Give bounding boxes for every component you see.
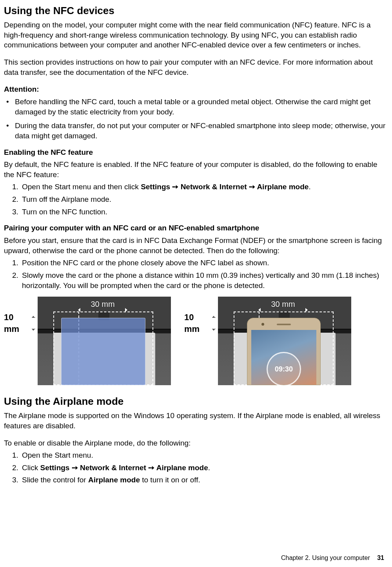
heading-airplane: Using the Airplane mode	[4, 395, 388, 408]
step-suffix: .	[208, 464, 210, 472]
v-measure-label: 10 mm	[184, 312, 211, 335]
step-text: Open the Start menu and then click	[22, 183, 141, 191]
enable-step: Turn off the Airplane mode.	[20, 194, 388, 205]
pairing-steps: Position the NFC card or the phone close…	[4, 258, 388, 290]
airplane-para1: The Airplane mode is supported on the Wi…	[4, 411, 388, 431]
h-measure-label: 30 mm	[91, 299, 114, 310]
airplane-step: Slide the control for Airplane mode to t…	[20, 475, 388, 485]
v-measure-bracket-icon	[31, 317, 36, 329]
enable-step: Turn on the NFC function.	[20, 207, 388, 217]
pairing-heading: Pairing your computer with an NFC card o…	[4, 223, 388, 233]
v-measure-bracket-icon	[211, 317, 216, 329]
airplane-step: Click Settings ➙ Network & Internet ➙ Ai…	[20, 463, 388, 473]
airplane-steps: Open the Start menu. Click Settings ➙ Ne…	[4, 450, 388, 485]
step-text: Click	[22, 464, 40, 472]
attention-list: Before handling the NFC card, touch a me…	[4, 97, 388, 141]
step-path: Settings ➙ Network & Internet ➙ Airplane…	[141, 183, 309, 191]
airplane-para2: To enable or disable the Airplane mode, …	[4, 438, 388, 448]
nfc-para2: This section provides instructions on ho…	[4, 57, 388, 77]
attention-label: Attention:	[4, 84, 388, 94]
airplane-step: Open the Start menu.	[20, 450, 388, 460]
phone-speaker-icon	[277, 324, 291, 325]
figure-nfc-phone: 10 mm 09:30 30 mm	[184, 297, 353, 385]
h-measure-label: 30 mm	[271, 299, 295, 310]
enable-step: Open the Start menu and then click Setti…	[20, 182, 388, 192]
step-path: Settings ➙ Network & Internet ➙ Airplane…	[40, 464, 208, 472]
nfc-figures: 10 mm 30 mm 10 mm	[4, 297, 388, 385]
enable-heading: Enabling the NFC feature	[4, 147, 388, 158]
nfc-card	[61, 318, 145, 385]
phone-clock-widget: 09:30	[267, 352, 301, 385]
v-measure-label: 10 mm	[4, 312, 30, 335]
nfc-para1: Depending on the model, your computer mi…	[4, 20, 388, 50]
attention-item: Before handling the NFC card, touch a me…	[4, 97, 388, 117]
h-measure: 30 mm	[79, 299, 126, 309]
nfc-smartphone: 09:30	[247, 318, 321, 385]
attention-item: During the data transfer, do not put you…	[4, 121, 388, 141]
step-bold: Airplane mode	[88, 476, 140, 484]
figure-nfc-card: 10 mm 30 mm	[4, 297, 172, 385]
pairing-step: Position the NFC card or the phone close…	[20, 258, 388, 268]
enable-intro: By default, the NFC feature is enabled. …	[4, 159, 388, 179]
enable-steps: Open the Start menu and then click Setti…	[4, 182, 388, 217]
heading-nfc: Using the NFC devices	[4, 4, 388, 18]
phone-camera-icon	[261, 323, 264, 326]
pairing-intro: Before you start, ensure that the card i…	[4, 235, 388, 255]
step-suffix: to turn it on or off.	[140, 476, 200, 484]
pairing-step: Slowly move the card or the phone a dist…	[20, 270, 388, 290]
h-measure: 30 mm	[260, 299, 307, 309]
step-text: Slide the control for	[22, 476, 88, 484]
phone-screen: 09:30	[251, 330, 316, 385]
step-suffix: .	[309, 183, 310, 191]
